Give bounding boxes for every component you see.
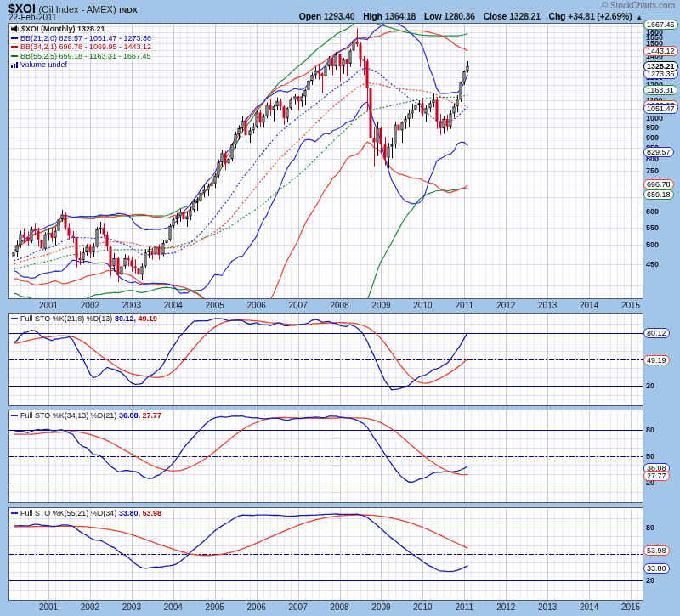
legend-bb55-row: BB(55,2.5) 659.18 - 1163.31 - 1667.45 (11, 52, 151, 61)
price-callout: 1051.47 (643, 104, 678, 114)
sto1-label: Full STO %K(21,8) %D(13) (20, 314, 112, 323)
chart-date: 22-Feb-2011 (8, 13, 57, 22)
bb55-swatch (11, 55, 18, 57)
x-year-label: 2005 (202, 301, 228, 310)
y-tick-label: 550 (646, 223, 659, 232)
sto2-k-value: 36.08, (119, 411, 140, 420)
low-value: 1280.36 (444, 11, 475, 21)
x-year-label: 2011 (451, 602, 477, 612)
bb21-label: BB(21,2.0) 829.57 - 1051.47 - 1273.36 (20, 34, 151, 42)
price-callout: 1328.21 (643, 61, 678, 71)
x-year-label: 2003 (119, 301, 144, 310)
indicator-callout: 33.80 (643, 563, 670, 574)
x-year-label: 2010 (410, 301, 435, 310)
x-year-label: 2001 (36, 602, 61, 612)
price-callout: 1443.12 (643, 46, 678, 56)
x-year-label: 2002 (77, 602, 103, 612)
panel-tick-label: 80 (646, 523, 654, 532)
x-year-label: 2008 (327, 602, 353, 612)
sto3-label: Full STO %K(55,21) %D(34) (20, 509, 116, 517)
sto2-swatch (11, 415, 18, 416)
sto3-swatch (11, 512, 18, 514)
sto3-k-value: 33.80, (119, 509, 140, 517)
sto2-d-value: 27.77 (142, 411, 162, 420)
indicator-callout: 53.98 (643, 545, 670, 556)
bb34-label: BB(34,2.1) 696.78 - 1069.95 - 1443.12 (20, 42, 151, 51)
up-arrow-icon: ▲ (636, 14, 643, 21)
x-year-label: 2015 (618, 301, 643, 310)
panel-tick-label: 20 (646, 381, 654, 390)
quote-line: Open1293.40 High1364.18 Low1280.36 Close… (293, 11, 643, 21)
x-year-label: 2012 (493, 301, 518, 310)
y-tick-label: 500 (646, 240, 659, 249)
y-tick-label: 900 (646, 133, 659, 142)
copyright: © StockCharts.com (602, 1, 675, 10)
y-tick-label: 950 (646, 123, 659, 132)
x-year-label: 2013 (535, 301, 560, 310)
indicator-callout: 80.12 (643, 328, 670, 338)
x-year-label: 2009 (368, 602, 394, 612)
sto1-legend: Full STO %K(21,8) %D(13) 80.12, 49.19 (11, 314, 157, 324)
close-label: Close (484, 11, 507, 21)
high-label: High (363, 11, 382, 21)
x-year-label: 2004 (161, 301, 186, 310)
sto3-legend: Full STO %K(55,21) %D(34) 33.80, 53.98 (11, 509, 162, 518)
panel-tick-label: 80 (646, 426, 654, 434)
x-year-label: 2007 (286, 301, 311, 310)
sto1-k-value: 80.12, (115, 314, 136, 323)
bb21-swatch (11, 37, 18, 39)
x-year-label: 2015 (618, 602, 643, 612)
sto2-label: Full STO %K(34,13) %D(21) (20, 411, 116, 420)
y-tick-label: 600 (646, 207, 659, 216)
symbol-exchange: INDX (119, 6, 138, 14)
x-year-label: 2014 (576, 301, 602, 310)
legend-volume-row: Volume undef (11, 60, 151, 70)
open-label: Open (299, 11, 321, 21)
price-callout: 659.18 (643, 189, 674, 200)
sto1-swatch (11, 318, 18, 319)
close-value: 1328.21 (509, 11, 541, 21)
volume-bars-icon (11, 61, 18, 68)
indicator-callout: 27.77 (643, 471, 670, 481)
x-year-label: 2006 (244, 602, 269, 612)
sto2-legend: Full STO %K(34,13) %D(21) 36.08, 27.77 (11, 411, 162, 421)
x-year-label: 2007 (286, 602, 311, 612)
bb34-swatch (11, 46, 18, 48)
x-year-label: 2005 (202, 602, 228, 612)
main-legend: $XOI (Monthly) 1328.21 BB(21,2.0) 829.57… (11, 25, 151, 70)
bb55-label: BB(55,2.5) 659.18 - 1163.31 - 1667.45 (20, 52, 150, 60)
price-callout: 696.78 (643, 179, 674, 189)
legend-symbol-text: $XOI (Monthly) 1328.21 (21, 25, 105, 33)
x-year-label: 2013 (535, 602, 560, 612)
y-tick-label: 1000 (646, 114, 663, 122)
x-year-label: 2011 (451, 301, 477, 310)
panel-tick-label: 50 (646, 452, 654, 461)
chg-label: Chg (549, 11, 566, 21)
stockcharts-chart: $XOI (Oil Index - AMEX) INDX 22-Feb-2011… (0, 0, 680, 616)
price-callout: 1667.45 (643, 20, 678, 30)
sto3-d-value: 53.98 (142, 509, 162, 517)
x-year-label: 2014 (576, 602, 602, 612)
legend-symbol-row: $XOI (Monthly) 1328.21 (11, 25, 151, 34)
x-year-label: 2009 (368, 301, 394, 310)
x-year-label: 2012 (493, 602, 518, 612)
high-value: 1364.18 (385, 11, 416, 21)
legend-bb34-row: BB(34,2.1) 696.78 - 1069.95 - 1443.12 (11, 42, 151, 52)
y-tick-label: 450 (646, 260, 659, 268)
low-label: Low (424, 11, 441, 21)
announcement-icon (11, 25, 19, 32)
x-year-label: 2004 (161, 602, 186, 612)
panel-tick-label: 20 (646, 576, 654, 585)
x-year-label: 2003 (119, 602, 144, 612)
price-callout: 829.57 (643, 147, 674, 157)
price-callout: 1163.31 (643, 85, 677, 95)
y-tick-label: 750 (646, 167, 659, 175)
x-year-label: 2006 (244, 301, 269, 310)
x-year-label: 2001 (36, 301, 61, 310)
indicator-callout: 49.19 (643, 355, 670, 365)
legend-bb21-row: BB(21,2.0) 829.57 - 1051.47 - 1273.36 (11, 34, 151, 43)
x-year-label: 2002 (77, 301, 103, 310)
chg-value: +34.81 (+2.69%) (568, 11, 632, 21)
volume-label: Volume undef (20, 60, 67, 69)
x-year-label: 2010 (410, 602, 435, 612)
